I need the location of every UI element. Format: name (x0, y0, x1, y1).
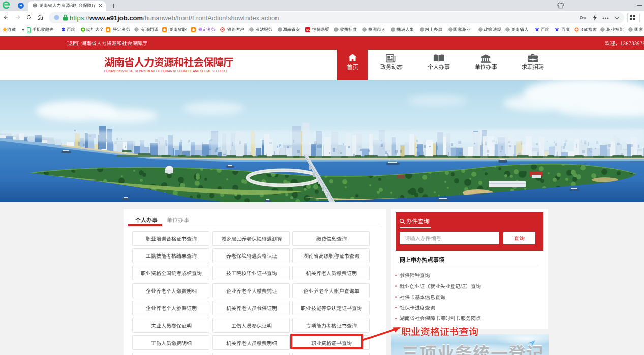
svg-text:9: 9 (306, 28, 309, 31)
